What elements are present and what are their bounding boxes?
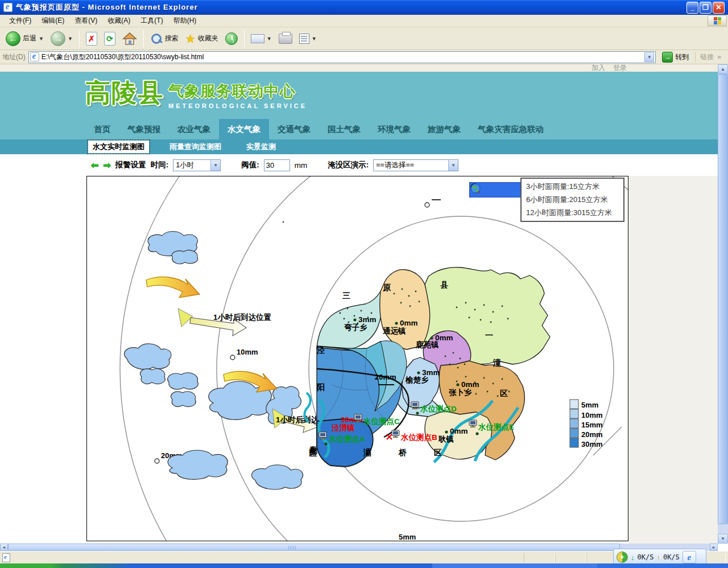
region-tongyuan — [380, 270, 433, 349]
back-label: 后退 — [23, 34, 36, 43]
label-baqiao: 灞桥区 — [363, 448, 469, 457]
rain-zhangbu: 0mm — [461, 380, 479, 389]
legend-30mm: 30mm — [581, 440, 603, 448]
address-field[interactable]: ▼ — [28, 51, 656, 63]
taskbar[interactable] — [0, 563, 728, 568]
tab-emergency[interactable]: 气象灾害应急联动 — [469, 119, 552, 139]
ring-5mm-label: 5mm — [399, 533, 416, 541]
legend-15mm: 15mm — [581, 421, 603, 429]
station-d-label: 水位测点D — [420, 405, 457, 413]
address-dropdown-icon[interactable]: ▼ — [644, 52, 654, 62]
browser-toolbar: ← 后退 ▼ → ▼ ✗ ⟳ 搜索 ★ 收藏夹 ▼ ▼ — [0, 27, 728, 50]
alarm-settings-label: 报警设置 — [115, 160, 146, 170]
subtab-realtime-monitor[interactable]: 水文实时监测图 — [88, 141, 149, 153]
map-zoom-out-button[interactable] — [483, 184, 495, 196]
ring-20mm-marker — [155, 459, 159, 463]
forward-caret-icon[interactable]: ▼ — [68, 36, 73, 42]
back-icon: ← — [6, 31, 20, 46]
rainfall-3h: 3小时面雨量:15立方米 — [526, 182, 619, 192]
brand-subtitle: METEOROLOGICAL SERVICE — [168, 102, 307, 109]
monitoring-map[interactable]: 10mm 20mm 5mm — [86, 176, 628, 541]
scroll-left-button[interactable]: ◄ — [0, 544, 8, 551]
label-tongyuan: 通远镇 — [383, 327, 406, 335]
label-gengzhen: 耿镇 — [438, 435, 454, 443]
tab-agriculture[interactable]: 农业气象 — [169, 119, 219, 139]
arrow-label-1: 1小时后到达位置 — [213, 313, 272, 322]
rainfall-12h: 12小时面雨量:3015立方米 — [526, 208, 619, 218]
map-globe-button[interactable] — [508, 184, 519, 196]
flood-demo-select[interactable]: ==请选择== ▼ — [373, 159, 458, 171]
prev-arrow-icon[interactable]: ⬅ — [91, 160, 98, 171]
threshold-input[interactable] — [264, 159, 290, 171]
time-select[interactable]: 1小时 ▼ — [173, 159, 221, 171]
download-arrow-icon: ↓ — [631, 553, 635, 562]
main-nav: 首页 气象预报 农业气象 水文气象 交通气象 国土气象 环境气象 旅游气象 气象… — [0, 119, 718, 139]
next-arrow-icon[interactable]: ➡ — [103, 160, 110, 171]
menu-edit[interactable]: 编辑(E) — [37, 14, 69, 27]
sub-nav: 水文实时监测图 雨量查询监测图 实景监测 — [0, 139, 718, 154]
label-luyuan: 鹿苑镇 — [415, 340, 439, 349]
security-suite-icon[interactable] — [617, 551, 628, 563]
go-arrow-icon: → — [662, 52, 673, 63]
forward-button[interactable]: → ▼ — [48, 30, 75, 47]
history-button[interactable] — [223, 31, 240, 46]
menu-file[interactable]: 文件(F) — [5, 14, 36, 27]
title-bar: 气象预报页面原型 - Microsoft Internet Explorer _… — [0, 0, 728, 15]
vertical-scrollbar[interactable]: ▲ ▼ — [718, 64, 728, 544]
home-button[interactable] — [120, 31, 139, 47]
toolbar-separator — [79, 30, 80, 47]
map-toolbar — [469, 182, 522, 197]
favorites-button[interactable]: ★ 收藏夹 — [183, 31, 221, 47]
horizontal-scroll-thumb[interactable] — [8, 544, 620, 551]
tab-hydrology[interactable]: 水文气象 — [219, 119, 269, 139]
upload-arrow-icon: ↑ — [656, 553, 660, 562]
menu-view[interactable]: 查看(V) — [70, 14, 102, 27]
mail-button[interactable]: ▼ — [249, 33, 274, 44]
address-input[interactable] — [42, 53, 643, 61]
time-select-arrow-icon[interactable]: ▼ — [210, 160, 220, 171]
links-chevron-icon[interactable]: » — [717, 53, 721, 61]
subtab-rainfall-query[interactable]: 雨量查询监测图 — [165, 141, 226, 153]
minimize-button[interactable]: _ — [686, 2, 698, 14]
tab-tourism[interactable]: 旅游气象 — [419, 119, 469, 139]
edit-caret-icon[interactable]: ▼ — [312, 36, 317, 42]
tab-environment[interactable]: 环境气象 — [369, 119, 419, 139]
ie-window-icon — [3, 3, 13, 12]
map-pan-hand-button[interactable] — [496, 184, 507, 196]
edit-button[interactable]: ▼ — [297, 32, 319, 45]
menu-help[interactable]: 帮助(H) — [169, 14, 201, 27]
maximize-button[interactable]: ❐ — [700, 2, 712, 14]
legend-10mm: 10mm — [581, 411, 603, 419]
stop-button[interactable]: ✗ — [84, 31, 100, 47]
mail-caret-icon[interactable]: ▼ — [267, 36, 272, 42]
search-button[interactable]: 搜索 — [148, 31, 181, 46]
subtab-live-view[interactable]: 实景监测 — [242, 141, 280, 153]
links-bar[interactable]: 链接 » — [695, 52, 726, 62]
tab-weather-forecast[interactable]: 气象预报 — [119, 119, 169, 139]
tab-home[interactable]: 首页 — [85, 119, 119, 139]
go-button[interactable]: → 转到 — [659, 51, 692, 63]
scroll-down-button[interactable]: ▼ — [718, 534, 728, 544]
back-button[interactable]: ← 后退 ▼ — [3, 30, 46, 47]
scroll-right-button[interactable]: ► — [710, 544, 718, 551]
print-button[interactable] — [276, 32, 295, 45]
label-jing: 泾 — [316, 345, 325, 355]
vertical-scroll-thumb[interactable] — [718, 74, 728, 524]
scroll-up-button[interactable]: ▲ — [718, 64, 728, 74]
menu-favorites[interactable]: 收藏(A) — [103, 14, 135, 27]
rainfall-info-panel: 3小时面雨量:15立方米 6小时面雨量:2015立方米 12小时面雨量:3015… — [520, 178, 624, 222]
station-b-icon[interactable] — [392, 430, 399, 438]
tab-traffic[interactable]: 交通气象 — [269, 119, 319, 139]
label-wanzi: 弯子乡 — [344, 323, 367, 332]
flood-select-arrow-icon[interactable]: ▼ — [448, 160, 458, 171]
label-yang: 阳 — [317, 382, 325, 392]
ie-widget-icon[interactable]: e — [682, 551, 696, 563]
close-button[interactable]: ✕ — [713, 2, 725, 14]
status-cell — [555, 553, 586, 562]
menu-tools[interactable]: 工具(T) — [136, 14, 167, 27]
horizontal-scrollbar[interactable]: ◄ ► — [0, 544, 718, 551]
tab-land[interactable]: 国土气象 — [319, 119, 369, 139]
refresh-button[interactable]: ⟳ — [102, 31, 118, 47]
rain-gengzhen: 0mm — [450, 427, 468, 435]
back-caret-icon[interactable]: ▼ — [39, 36, 44, 42]
